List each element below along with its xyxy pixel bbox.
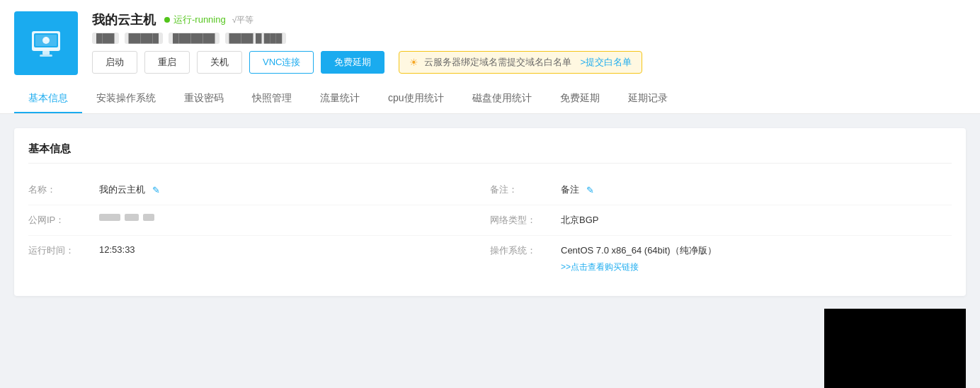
name-text: 我的云主机 [99, 183, 145, 196]
value-ip [99, 214, 154, 221]
value-remark: 备注 ✎ [561, 183, 594, 196]
tab-snapshots[interactable]: 快照管理 [238, 85, 306, 113]
left-column: 名称： 我的云主机 ✎ 公网IP： [28, 175, 490, 282]
ip-blur-2 [125, 214, 139, 221]
os-more-link[interactable]: >>点击查看购买链接 [561, 262, 639, 272]
tab-traffic[interactable]: 流量统计 [306, 85, 374, 113]
content-area: 基本信息 名称： 我的云主机 ✎ [0, 114, 980, 310]
server-title: 我的云主机 [92, 11, 156, 28]
info-row-remark: 备注： 备注 ✎ [490, 175, 952, 205]
action-row: 启动 重启 关机 VNC连接 免费延期 ☀ 云服务器绑定域名需提交域名白名单 >… [92, 51, 966, 74]
label-os: 操作系统： [490, 244, 561, 257]
remark-edit-icon[interactable]: ✎ [586, 185, 594, 195]
ip-tag-1: ███ [92, 33, 119, 44]
value-runtime: 12:53:33 [99, 244, 135, 255]
os-row-inner: 操作系统： CentOS 7.0 x86_64 (64bit)（纯净版） [490, 244, 717, 257]
info-row-runtime: 运行时间： 12:53:33 [28, 236, 490, 266]
ip-blur-3 [143, 214, 154, 221]
ip-tag-4: ████ █ ███ [225, 33, 287, 44]
tab-extend-records[interactable]: 延期记录 [614, 85, 682, 113]
os-more-row: >>点击查看购买链接 [561, 261, 639, 273]
title-row: 我的云主机 运行-running √平等 [92, 11, 966, 28]
tab-disk[interactable]: 磁盘使用统计 [458, 85, 546, 113]
svg-rect-4 [42, 51, 50, 55]
header-section: 我的云主机 运行-running √平等 ███ █████ ███████ █… [0, 0, 980, 114]
name-edit-icon[interactable]: ✎ [152, 185, 160, 195]
status-text: 运行-running [173, 13, 226, 26]
alert-icon: ☀ [409, 57, 418, 68]
label-remark: 备注： [490, 183, 561, 196]
status-badge: 运行-running √平等 [164, 13, 253, 26]
tab-cpu[interactable]: cpu使用统计 [374, 85, 458, 113]
label-runtime: 运行时间： [28, 244, 99, 257]
info-row-network: 网络类型： 北京BGP [490, 205, 952, 236]
header-info: 我的云主机 运行-running √平等 ███ █████ ███████ █… [92, 11, 966, 74]
restart-button[interactable]: 重启 [144, 51, 190, 74]
value-name: 我的云主机 ✎ [99, 183, 160, 196]
tab-install-os[interactable]: 安装操作系统 [82, 85, 170, 113]
status-dot [164, 17, 170, 23]
info-row-ip: 公网IP： [28, 205, 490, 236]
shutdown-button[interactable]: 关机 [197, 51, 242, 74]
start-button[interactable]: 启动 [92, 51, 137, 74]
black-panel [824, 309, 966, 388]
tabs-bar: 基本信息 安装操作系统 重设密码 快照管理 流量统计 cpu使用统计 磁盘使用统… [14, 85, 966, 113]
ip-tag-3: ███████ [169, 33, 220, 44]
remark-text: 备注 [561, 183, 579, 196]
page-wrapper: 我的云主机 运行-running √平等 ███ █████ ███████ █… [0, 0, 980, 388]
ip-tag-2: █████ [125, 33, 164, 44]
info-row-name: 名称： 我的云主机 ✎ [28, 175, 490, 205]
tab-free-extend[interactable]: 免费延期 [546, 85, 614, 113]
server-icon [28, 25, 64, 61]
alert-link[interactable]: >提交白名单 [580, 56, 632, 69]
label-network: 网络类型： [490, 214, 561, 227]
relative-wrapper: 基本信息 名称： 我的云主机 ✎ [14, 128, 966, 296]
card-title: 基本信息 [28, 142, 952, 164]
alert-box: ☀ 云服务器绑定域名需提交域名白名单 >提交白名单 [399, 51, 642, 74]
free-extend-button[interactable]: 免费延期 [321, 51, 384, 74]
value-network: 北京BGP [561, 214, 598, 227]
info-grid: 名称： 我的云主机 ✎ 公网IP： [28, 175, 952, 282]
alert-text: 云服务器绑定域名需提交域名白名单 [424, 56, 571, 69]
tab-basic-info[interactable]: 基本信息 [14, 85, 82, 113]
right-column: 备注： 备注 ✎ 网络类型： 北京BGP [490, 175, 952, 282]
info-row-os: 操作系统： CentOS 7.0 x86_64 (64bit)（纯净版） >>点… [490, 236, 952, 282]
status-more[interactable]: √平等 [232, 14, 254, 26]
server-icon-box [14, 11, 78, 75]
svg-rect-5 [40, 55, 52, 57]
ip-row: ███ █████ ███████ ████ █ ███ [92, 33, 966, 44]
header-top: 我的云主机 运行-running √平等 ███ █████ ███████ █… [14, 11, 966, 85]
vnc-button[interactable]: VNC连接 [249, 51, 314, 74]
value-os: CentOS 7.0 x86_64 (64bit)（纯净版） [561, 244, 717, 257]
label-name: 名称： [28, 183, 99, 196]
tab-reset-password[interactable]: 重设密码 [170, 85, 238, 113]
ip-blur-1 [99, 214, 120, 221]
label-ip: 公网IP： [28, 214, 99, 227]
info-card: 基本信息 名称： 我的云主机 ✎ [14, 128, 966, 296]
